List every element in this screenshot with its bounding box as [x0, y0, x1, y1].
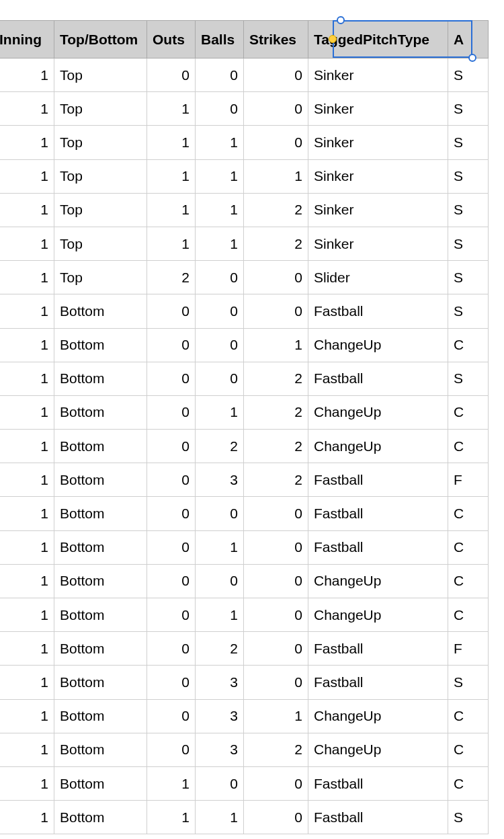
spreadsheet-viewport[interactable]: Inning Top/Bottom Outs Balls Strikes Tag…	[0, 0, 504, 839]
cell[interactable]: 1	[196, 598, 244, 632]
cell[interactable]: Bottom	[54, 564, 147, 598]
cell[interactable]: 1	[0, 598, 54, 632]
cell[interactable]: 1	[0, 261, 54, 294]
cell[interactable]: Fastball	[308, 463, 448, 497]
cell[interactable]: 1	[147, 193, 196, 227]
cell[interactable]: 0	[244, 126, 308, 159]
cell[interactable]: Fastball	[308, 497, 448, 530]
cell[interactable]: ChangeUp	[308, 733, 448, 766]
cell[interactable]: Slider	[308, 261, 448, 294]
cell[interactable]: 2	[244, 733, 308, 766]
cell[interactable]: C	[448, 733, 489, 766]
cell[interactable]: 0	[147, 733, 196, 766]
cell[interactable]: Top	[54, 159, 147, 193]
cell[interactable]: 1	[0, 362, 54, 395]
cell[interactable]: Bottom	[54, 430, 147, 463]
cell[interactable]: Bottom	[54, 598, 147, 632]
cell[interactable]: 1	[0, 801, 54, 834]
cell[interactable]: 1	[0, 92, 54, 126]
cell[interactable]: 1	[196, 395, 244, 429]
cell[interactable]: S	[448, 261, 489, 294]
cell[interactable]: 0	[244, 598, 308, 632]
cell[interactable]: Bottom	[54, 632, 147, 666]
cell[interactable]: S	[448, 159, 489, 193]
cell[interactable]: ChangeUp	[308, 430, 448, 463]
cell[interactable]: 1	[147, 766, 196, 800]
cell[interactable]: 0	[244, 261, 308, 294]
cell[interactable]: Bottom	[54, 294, 147, 328]
cell[interactable]: 1	[147, 92, 196, 126]
cell[interactable]: S	[448, 227, 489, 260]
cell[interactable]: 1	[0, 564, 54, 598]
cell[interactable]: Fastball	[308, 666, 448, 699]
cell[interactable]: S	[448, 92, 489, 126]
cell[interactable]: Fastball	[308, 362, 448, 395]
cell[interactable]: Fastball	[308, 530, 448, 564]
cell[interactable]: Bottom	[54, 699, 147, 733]
cell[interactable]: Bottom	[54, 766, 147, 800]
cell[interactable]: 0	[196, 564, 244, 598]
cell[interactable]: 2	[244, 430, 308, 463]
cell[interactable]: Bottom	[54, 395, 147, 429]
cell[interactable]: 1	[0, 159, 54, 193]
cell[interactable]: 0	[244, 801, 308, 834]
cell[interactable]: C	[448, 530, 489, 564]
cell[interactable]: 0	[244, 632, 308, 666]
cell[interactable]: 2	[147, 261, 196, 294]
cell[interactable]: 0	[196, 261, 244, 294]
col-header-next[interactable]: A	[448, 21, 489, 58]
cell[interactable]: Top	[54, 92, 147, 126]
cell[interactable]: S	[448, 666, 489, 699]
cell[interactable]: Top	[54, 261, 147, 294]
cell[interactable]: 1	[0, 666, 54, 699]
cell[interactable]: 1	[196, 159, 244, 193]
cell[interactable]: 0	[244, 497, 308, 530]
cell[interactable]: 1	[0, 699, 54, 733]
cell[interactable]: 0	[147, 58, 196, 92]
cell[interactable]: Bottom	[54, 328, 147, 362]
cell[interactable]: 1	[196, 227, 244, 260]
cell[interactable]: 1	[196, 530, 244, 564]
cell[interactable]: F	[448, 632, 489, 666]
cell[interactable]: 1	[147, 159, 196, 193]
cell[interactable]: Top	[54, 58, 147, 92]
cell[interactable]: 0	[147, 395, 196, 429]
cell[interactable]: ChangeUp	[308, 564, 448, 598]
cell[interactable]: 1	[0, 58, 54, 92]
cell[interactable]: 0	[147, 666, 196, 699]
col-header-tagged-pitch-type[interactable]: TaggedPitchType	[308, 21, 448, 58]
cell[interactable]: 1	[196, 126, 244, 159]
cell[interactable]: 0	[147, 598, 196, 632]
cell[interactable]: 1	[196, 193, 244, 227]
cell[interactable]: 1	[0, 395, 54, 429]
cell[interactable]: S	[448, 362, 489, 395]
cell[interactable]: 1	[0, 430, 54, 463]
cell[interactable]: Sinker	[308, 159, 448, 193]
cell[interactable]: ChangeUp	[308, 395, 448, 429]
cell[interactable]: 2	[244, 227, 308, 260]
col-header-outs[interactable]: Outs	[147, 21, 196, 58]
cell[interactable]: Fastball	[308, 294, 448, 328]
cell[interactable]: 0	[196, 58, 244, 92]
cell[interactable]: 1	[196, 801, 244, 834]
cell[interactable]: Fastball	[308, 801, 448, 834]
cell[interactable]: Top	[54, 227, 147, 260]
cell[interactable]: 0	[244, 294, 308, 328]
cell[interactable]: 1	[0, 294, 54, 328]
cell[interactable]: Bottom	[54, 463, 147, 497]
cell[interactable]: 0	[196, 294, 244, 328]
cell[interactable]: 0	[196, 362, 244, 395]
cell[interactable]: Sinker	[308, 126, 448, 159]
col-header-top-bottom[interactable]: Top/Bottom	[54, 21, 147, 58]
cell[interactable]: 0	[147, 294, 196, 328]
cell[interactable]: Bottom	[54, 801, 147, 834]
cell[interactable]: 1	[147, 801, 196, 834]
cell[interactable]: 1	[244, 699, 308, 733]
cell[interactable]: Bottom	[54, 530, 147, 564]
cell[interactable]: 0	[196, 766, 244, 800]
cell[interactable]: ChangeUp	[308, 328, 448, 362]
cell[interactable]: F	[448, 463, 489, 497]
cell[interactable]: Bottom	[54, 666, 147, 699]
cell[interactable]: Sinker	[308, 227, 448, 260]
cell[interactable]: 0	[244, 530, 308, 564]
